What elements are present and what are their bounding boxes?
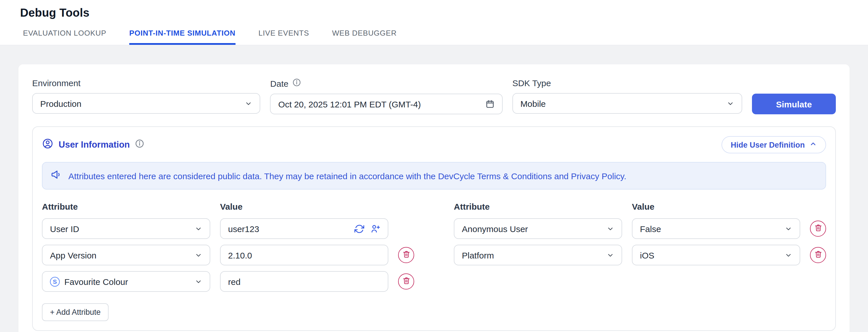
value-select-anonymous-user[interactable]: False xyxy=(632,218,800,239)
tab-live-events[interactable]: LIVE EVENTS xyxy=(258,29,309,45)
delete-attribute-button[interactable] xyxy=(398,247,414,263)
chevron-down-icon xyxy=(607,225,614,232)
attribute-select-label-with-badge: S Favourite Colour xyxy=(50,277,128,286)
attribute-columns: Attribute Value User ID use xyxy=(42,202,826,321)
chevron-down-icon xyxy=(727,100,734,107)
page-header: Debug Tools EVALUATION LOOKUP POINT-IN-T… xyxy=(0,0,868,46)
public-data-notice: Attributes entered here are considered p… xyxy=(42,162,826,189)
attribute-row-favourite-colour: S Favourite Colour red xyxy=(42,271,414,292)
environment-select[interactable]: Production xyxy=(32,93,260,114)
simulate-button[interactable]: Simulate xyxy=(752,94,836,114)
attribute-select-platform[interactable]: Platform xyxy=(454,245,622,265)
delete-attribute-button[interactable] xyxy=(398,273,414,290)
user-information-header: User Information Hide User Definition xyxy=(42,136,826,153)
simulation-card: Environment Production Date Oct 20, 2025 xyxy=(19,64,849,332)
chevron-down-icon xyxy=(607,251,614,259)
value-select-label: False xyxy=(640,224,661,234)
add-user-icon[interactable] xyxy=(371,224,380,234)
chevron-up-icon xyxy=(809,140,817,149)
chevron-down-icon xyxy=(245,100,252,107)
attribute-select-label: User ID xyxy=(50,224,79,234)
attribute-row-platform: Platform iOS xyxy=(454,245,826,265)
value-select-label: iOS xyxy=(640,250,654,260)
attribute-column-header: Attribute xyxy=(454,202,622,211)
environment-group: Environment Production xyxy=(32,78,260,114)
attribute-select-label: App Version xyxy=(50,250,96,260)
simulation-form-row: Environment Production Date Oct 20, 2025 xyxy=(32,78,836,114)
value-input-user-id[interactable]: user123 xyxy=(220,218,388,239)
date-label-row: Date xyxy=(270,78,503,88)
info-icon[interactable] xyxy=(135,139,144,150)
chevron-down-icon xyxy=(785,225,792,232)
tab-web-debugger[interactable]: WEB DEBUGGER xyxy=(332,29,397,45)
attribute-select-label: Platform xyxy=(462,250,494,260)
delete-attribute-button[interactable] xyxy=(810,220,826,237)
hide-user-definition-button[interactable]: Hide User Definition xyxy=(721,136,826,153)
attribute-select-app-version[interactable]: App Version xyxy=(42,245,210,265)
attribute-select-label: Favourite Colour xyxy=(64,277,128,286)
tab-evaluation-lookup[interactable]: EVALUATION LOOKUP xyxy=(23,29,106,45)
public-data-notice-text: Attributes entered here are considered p… xyxy=(68,171,626,181)
value-input-text: user123 xyxy=(228,224,259,234)
column-headers-right: Attribute Value xyxy=(454,202,826,211)
attribute-row-anonymous-user: Anonymous User False xyxy=(454,218,826,239)
attribute-column-header: Attribute xyxy=(42,202,210,211)
chevron-down-icon xyxy=(195,225,202,232)
attribute-select-anonymous-user[interactable]: Anonymous User xyxy=(454,218,622,239)
chevron-down-icon xyxy=(785,251,792,259)
value-input-text: red xyxy=(228,277,240,286)
value-input-app-version[interactable]: 2.10.0 xyxy=(220,245,388,265)
sdk-type-label: SDK Type xyxy=(513,78,742,88)
environment-label: Environment xyxy=(32,78,260,88)
debug-tools-page: Debug Tools EVALUATION LOOKUP POINT-IN-T… xyxy=(0,0,868,332)
attribute-select-label: Anonymous User xyxy=(462,224,528,234)
trash-icon xyxy=(814,224,822,233)
attribute-group-right: Attribute Value Anonymous User xyxy=(454,202,826,321)
column-headers-left: Attribute Value xyxy=(42,202,414,211)
attribute-select-favourite-colour[interactable]: S Favourite Colour xyxy=(42,271,210,292)
string-type-badge: S xyxy=(50,277,60,286)
attribute-select-user-id[interactable]: User ID xyxy=(42,218,210,239)
date-value: Oct 20, 2025 12:01 PM EDT (GMT-4) xyxy=(278,99,421,109)
user-information-title: User Information xyxy=(59,140,130,150)
user-information-title-row: User Information xyxy=(42,138,144,152)
value-column-header: Value xyxy=(220,202,388,211)
value-select-platform[interactable]: iOS xyxy=(632,245,800,265)
calendar-icon[interactable] xyxy=(486,99,495,109)
info-icon[interactable] xyxy=(292,78,301,88)
value-input-favourite-colour[interactable]: red xyxy=(220,271,388,292)
attribute-row-app-version: App Version 2.10.0 xyxy=(42,245,414,265)
environment-value: Production xyxy=(40,98,81,108)
attribute-group-left: Attribute Value User ID use xyxy=(42,202,414,321)
user-information-section: User Information Hide User Definition At… xyxy=(32,126,836,331)
megaphone-icon xyxy=(51,169,62,183)
date-label: Date xyxy=(270,79,288,88)
user-circle-icon xyxy=(42,138,54,152)
page-title: Debug Tools xyxy=(0,6,868,20)
user-id-actions xyxy=(354,224,380,234)
trash-icon xyxy=(402,277,410,286)
hide-user-definition-label: Hide User Definition xyxy=(731,141,805,149)
add-attribute-button[interactable]: + Add Attribute xyxy=(42,303,108,321)
attribute-row-user-id: User ID user123 xyxy=(42,218,414,239)
refresh-icon[interactable] xyxy=(354,224,364,234)
trash-icon xyxy=(814,250,822,260)
delete-attribute-button[interactable] xyxy=(810,247,826,263)
sdk-type-group: SDK Type Mobile xyxy=(513,78,742,114)
viewport: Debug Tools EVALUATION LOOKUP POINT-IN-T… xyxy=(0,0,868,332)
value-column-header: Value xyxy=(632,202,800,211)
trash-icon xyxy=(402,250,410,260)
date-input[interactable]: Oct 20, 2025 12:01 PM EDT (GMT-4) xyxy=(270,94,503,114)
chevron-down-icon xyxy=(195,251,202,259)
chevron-down-icon xyxy=(195,278,202,285)
sdk-type-select[interactable]: Mobile xyxy=(513,93,742,114)
value-input-text: 2.10.0 xyxy=(228,250,252,260)
sdk-type-value: Mobile xyxy=(521,98,546,108)
date-group: Date Oct 20, 2025 12:01 PM EDT (GMT-4) xyxy=(270,78,503,114)
tab-point-in-time-simulation[interactable]: POINT-IN-TIME SIMULATION xyxy=(129,29,236,45)
tab-bar: EVALUATION LOOKUP POINT-IN-TIME SIMULATI… xyxy=(0,29,868,45)
